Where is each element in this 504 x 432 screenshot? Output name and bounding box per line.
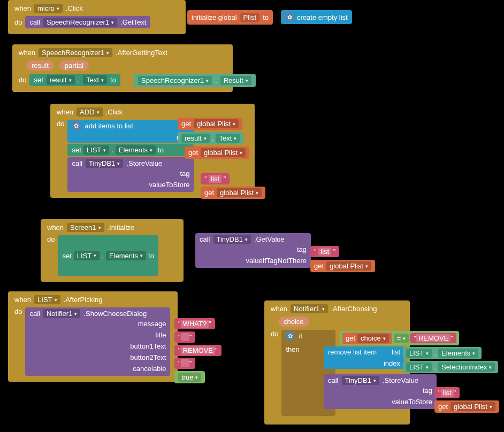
call-block[interactable]: call SpeechRecognizer1 .GetText bbox=[25, 16, 150, 28]
param-partial[interactable]: partial bbox=[59, 60, 89, 71]
text-string-remove-2[interactable]: "REMOVE" bbox=[410, 333, 456, 343]
var-dropdown[interactable]: global Plist bbox=[450, 402, 495, 411]
text-string-block[interactable]: " list " bbox=[310, 246, 339, 257]
elem-prop-dropdown[interactable]: Elements bbox=[438, 349, 478, 358]
get-result-text-block[interactable]: result . Text bbox=[178, 132, 243, 144]
get-global-plist-block-5[interactable]: get global Plist bbox=[434, 400, 499, 413]
call-getvalue-block[interactable]: call TinyDB1 .GetValue tag valueIfTagNot… bbox=[195, 233, 311, 268]
var-dropdown[interactable]: global Plist bbox=[194, 119, 239, 128]
method-name: .ShowChooseDialog bbox=[83, 310, 147, 318]
text-string-title[interactable]: "" bbox=[174, 331, 195, 343]
elem-prop-dropdown[interactable]: Elements bbox=[116, 145, 156, 155]
text-string-list[interactable]: "list" bbox=[434, 387, 460, 398]
get-comp-dropdown[interactable]: SpeechRecognizer1 bbox=[138, 76, 212, 85]
then-keyword: then bbox=[286, 345, 299, 353]
to-keyword: to bbox=[158, 146, 164, 154]
list-comp-dropdown[interactable]: LIST bbox=[406, 362, 432, 372]
get-prop-dropdown[interactable]: Result bbox=[220, 76, 251, 85]
text-value[interactable]: list bbox=[441, 389, 454, 397]
notifier-dropdown[interactable]: Notifier1 bbox=[43, 309, 80, 318]
valueifnot-label: valueIfTagNotThere bbox=[246, 257, 307, 265]
get-global-plist-block-4[interactable]: get global Plist bbox=[310, 260, 375, 272]
true-dropdown[interactable]: true bbox=[178, 373, 201, 382]
cancelable-label: cancelable bbox=[133, 365, 166, 373]
list-comp-dropdown[interactable]: LIST bbox=[406, 349, 432, 358]
call-keyword: call bbox=[200, 235, 210, 243]
event-block-micro-click[interactable]: when micro .Click do call SpeechRecogniz… bbox=[8, 0, 186, 34]
text-string-what[interactable]: "WHAT?" bbox=[174, 318, 215, 329]
remove-list-item-block[interactable]: remove list item list index bbox=[324, 346, 404, 369]
call-component-dropdown[interactable]: SpeechRecognizer1 bbox=[43, 18, 117, 27]
list-comp-dropdown[interactable]: LIST bbox=[83, 145, 109, 155]
eq-dropdown[interactable]: = bbox=[394, 334, 409, 343]
if-keyword: if bbox=[299, 332, 302, 340]
get-global-plist-block-2[interactable]: get global Plist bbox=[185, 146, 249, 159]
get-global-plist-block[interactable]: get global Plist bbox=[178, 118, 242, 130]
text-string-remove[interactable]: "REMOVE" bbox=[174, 345, 222, 356]
init-global-block[interactable]: initialize global Plist to bbox=[187, 10, 273, 25]
equals-block[interactable]: get choice = "REMOVE" bbox=[340, 331, 459, 345]
gear-icon[interactable] bbox=[285, 13, 294, 21]
logic-true-block[interactable]: true bbox=[174, 371, 205, 383]
text-value[interactable]: WHAT? bbox=[181, 320, 209, 328]
create-list-label: create empty list bbox=[297, 13, 348, 21]
event-name: .AfterChoosing bbox=[331, 305, 377, 313]
var-dropdown[interactable]: global Plist bbox=[326, 261, 371, 271]
choice-dropdown[interactable]: choice bbox=[357, 334, 389, 343]
tinydb-dropdown[interactable]: TinyDB1 bbox=[213, 235, 251, 244]
call-showchoosedialog-block[interactable]: call Notifier1 .ShowChooseDialog message… bbox=[25, 307, 170, 376]
event-block-screen-init[interactable]: when Screen1 .Initialize do set LIST . E… bbox=[41, 219, 184, 282]
var-dropdown[interactable]: global Plist bbox=[201, 148, 246, 157]
var-name: Plist bbox=[240, 13, 260, 22]
text-string-button2[interactable]: "" bbox=[174, 358, 195, 369]
gear-icon[interactable] bbox=[72, 121, 80, 130]
get-list-elements-block[interactable]: LIST . Elements bbox=[403, 347, 482, 359]
text-value[interactable] bbox=[181, 333, 189, 341]
component-dropdown[interactable]: ADD bbox=[77, 107, 102, 117]
set-elements-block[interactable]: set LIST . Elements to bbox=[58, 235, 158, 276]
set-block[interactable]: set result . Text to bbox=[29, 74, 120, 86]
index-label: index bbox=[384, 359, 400, 367]
component-dropdown[interactable]: Screen1 bbox=[67, 223, 104, 232]
tinydb-dropdown[interactable]: TinyDB1 bbox=[86, 159, 123, 168]
when-keyword: when bbox=[57, 108, 73, 116]
component-dropdown[interactable]: micro bbox=[34, 4, 63, 13]
get-list-selindex-block[interactable]: LIST . SelectionIndex bbox=[403, 361, 498, 373]
set-elements-block[interactable]: set LIST . Elements to bbox=[67, 144, 194, 156]
create-empty-list-block[interactable]: create empty list bbox=[281, 10, 352, 24]
call-storevalue-block-2[interactable]: call TinyDB1 .StoreValue tag valueToStor… bbox=[324, 374, 437, 409]
text-value[interactable] bbox=[181, 359, 189, 367]
get-global-plist-block-3[interactable]: get global Plist bbox=[201, 187, 265, 199]
event-block-list-afterpicking[interactable]: when LIST .AfterPicking do call Notifier… bbox=[8, 291, 178, 382]
text-prop-dropdown[interactable]: Text bbox=[216, 134, 240, 143]
text-value[interactable]: list bbox=[209, 175, 222, 183]
text-string-block[interactable]: " list " bbox=[201, 173, 230, 184]
text-value[interactable]: REMOVE bbox=[181, 346, 215, 354]
list-comp-dropdown[interactable]: LIST bbox=[74, 251, 100, 260]
component-dropdown[interactable]: Notifier1 bbox=[291, 304, 327, 313]
do-keyword: do bbox=[57, 120, 64, 128]
result-comp-dropdown[interactable]: result bbox=[181, 134, 210, 143]
add-items-block[interactable]: add items to list list item bbox=[67, 120, 194, 143]
param-choice[interactable]: choice bbox=[278, 317, 309, 327]
get-choice-block[interactable]: get choice bbox=[342, 333, 392, 344]
call-storevalue-block[interactable]: call TinyDB1 .StoreValue tag valueToStor… bbox=[67, 157, 194, 192]
when-keyword: when bbox=[14, 4, 31, 12]
get-keyword: get bbox=[188, 149, 198, 157]
component-dropdown[interactable]: SpeechRecognizer1 bbox=[39, 48, 112, 57]
text-value[interactable]: list bbox=[318, 248, 331, 256]
tinydb-dropdown[interactable]: TinyDB1 bbox=[342, 376, 379, 385]
do-keyword: do bbox=[47, 235, 55, 243]
param-result[interactable]: result bbox=[26, 60, 54, 71]
elem-prop-dropdown[interactable]: Elements bbox=[106, 251, 146, 260]
tag-label: tag bbox=[297, 245, 307, 253]
component-dropdown[interactable]: LIST bbox=[34, 295, 60, 304]
var-dropdown[interactable]: global Plist bbox=[217, 188, 262, 197]
set-prop-dropdown[interactable]: Text bbox=[83, 75, 107, 84]
get-property-block[interactable]: SpeechRecognizer1 . Result bbox=[134, 74, 256, 87]
call-keyword: call bbox=[29, 310, 40, 318]
text-value[interactable]: REMOVE bbox=[416, 334, 450, 342]
selidx-prop-dropdown[interactable]: SelectionIndex bbox=[438, 362, 495, 372]
set-comp-dropdown[interactable]: result bbox=[47, 75, 75, 84]
gear-icon[interactable] bbox=[286, 331, 294, 340]
